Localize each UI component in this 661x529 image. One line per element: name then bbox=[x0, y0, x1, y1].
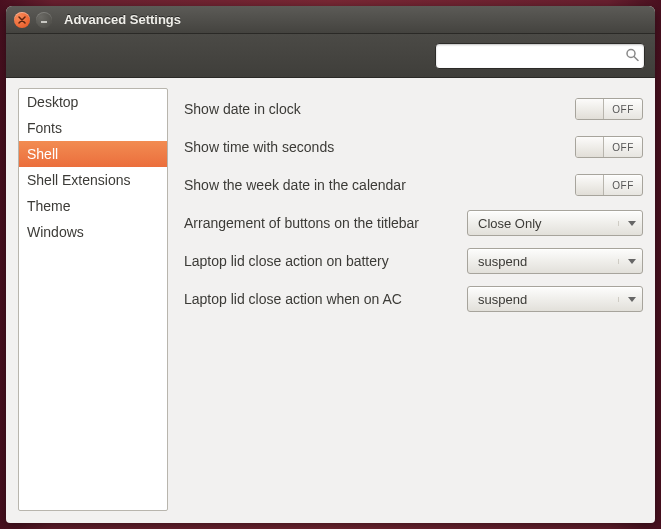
chevron-down-icon bbox=[618, 259, 636, 264]
search-icon bbox=[625, 47, 639, 64]
window-close-button[interactable] bbox=[14, 12, 30, 28]
svg-rect-0 bbox=[41, 21, 47, 23]
sidebar-item-theme[interactable]: Theme bbox=[19, 193, 167, 219]
setting-label: Laptop lid close action when on AC bbox=[184, 291, 402, 307]
setting-row-show-seconds: Show time with seconds OFF bbox=[184, 128, 643, 166]
sidebar-item-shell[interactable]: Shell bbox=[19, 141, 167, 167]
category-sidebar: Desktop Fonts Shell Shell Extensions The… bbox=[18, 88, 168, 511]
sidebar-item-fonts[interactable]: Fonts bbox=[19, 115, 167, 141]
sidebar-item-label: Shell bbox=[27, 146, 58, 162]
toggle-state-label: OFF bbox=[604, 180, 642, 191]
titlebar[interactable]: Advanced Settings bbox=[6, 6, 655, 34]
sidebar-item-windows[interactable]: Windows bbox=[19, 219, 167, 245]
setting-label: Show time with seconds bbox=[184, 139, 334, 155]
search-input[interactable] bbox=[435, 43, 645, 69]
sidebar-item-label: Desktop bbox=[27, 94, 78, 110]
setting-row-lid-ac: Laptop lid close action when on AC suspe… bbox=[184, 280, 643, 318]
close-icon bbox=[18, 16, 26, 24]
toolbar bbox=[6, 34, 655, 78]
settings-window: Advanced Settings Desktop Fonts Shell Sh… bbox=[6, 6, 655, 523]
sidebar-item-shell-extensions[interactable]: Shell Extensions bbox=[19, 167, 167, 193]
svg-line-2 bbox=[634, 56, 638, 60]
toggle-week-date[interactable]: OFF bbox=[575, 174, 643, 196]
dropdown-value: suspend bbox=[478, 292, 618, 307]
toggle-show-date[interactable]: OFF bbox=[575, 98, 643, 120]
setting-label: Arrangement of buttons on the titlebar bbox=[184, 215, 419, 231]
toggle-state-label: OFF bbox=[604, 142, 642, 153]
chevron-down-icon bbox=[618, 221, 636, 226]
dropdown-lid-battery[interactable]: suspend bbox=[467, 248, 643, 274]
dropdown-value: Close Only bbox=[478, 216, 618, 231]
sidebar-item-label: Fonts bbox=[27, 120, 62, 136]
window-title: Advanced Settings bbox=[64, 12, 181, 27]
chevron-down-icon bbox=[618, 297, 636, 302]
setting-label: Show the week date in the calendar bbox=[184, 177, 406, 193]
setting-row-lid-battery: Laptop lid close action on battery suspe… bbox=[184, 242, 643, 280]
dropdown-button-arrangement[interactable]: Close Only bbox=[467, 210, 643, 236]
setting-row-show-date: Show date in clock OFF bbox=[184, 90, 643, 128]
toggle-knob bbox=[576, 175, 604, 195]
toggle-state-label: OFF bbox=[604, 104, 642, 115]
minimize-icon bbox=[40, 16, 48, 24]
toggle-knob bbox=[576, 137, 604, 157]
setting-row-button-arrangement: Arrangement of buttons on the titlebar C… bbox=[184, 204, 643, 242]
window-minimize-button[interactable] bbox=[36, 12, 52, 28]
setting-label: Laptop lid close action on battery bbox=[184, 253, 389, 269]
toggle-show-seconds[interactable]: OFF bbox=[575, 136, 643, 158]
sidebar-item-desktop[interactable]: Desktop bbox=[19, 89, 167, 115]
sidebar-item-label: Shell Extensions bbox=[27, 172, 131, 188]
sidebar-item-label: Theme bbox=[27, 198, 71, 214]
dropdown-value: suspend bbox=[478, 254, 618, 269]
setting-label: Show date in clock bbox=[184, 101, 301, 117]
dropdown-lid-ac[interactable]: suspend bbox=[467, 286, 643, 312]
toggle-knob bbox=[576, 99, 604, 119]
setting-row-week-date: Show the week date in the calendar OFF bbox=[184, 166, 643, 204]
content-area: Desktop Fonts Shell Shell Extensions The… bbox=[6, 78, 655, 523]
sidebar-item-label: Windows bbox=[27, 224, 84, 240]
search-field-wrap bbox=[435, 43, 645, 69]
settings-panel: Show date in clock OFF Show time with se… bbox=[184, 88, 643, 511]
